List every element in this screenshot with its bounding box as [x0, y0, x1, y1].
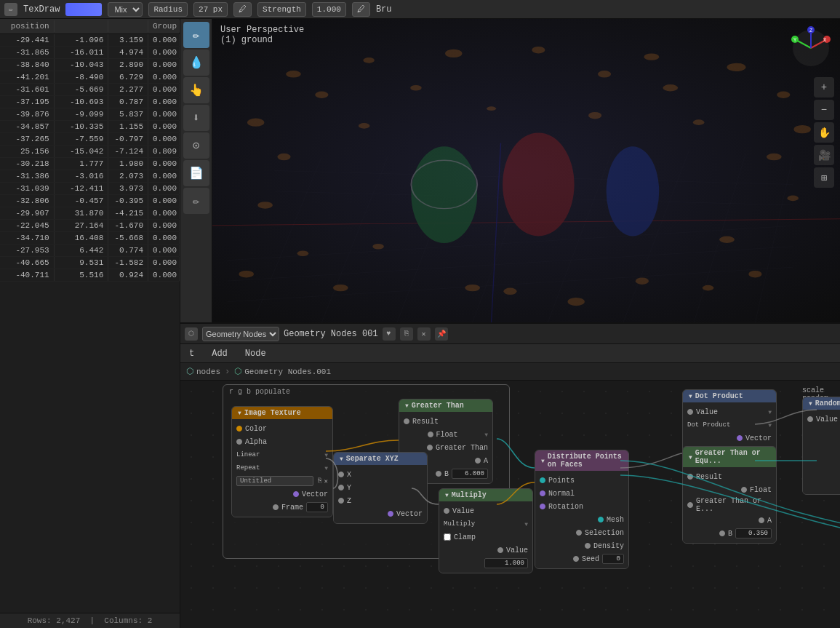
col-header-3 — [108, 20, 148, 32]
tool-fill-btn[interactable]: 💧 — [183, 49, 209, 76]
svg-point-45 — [239, 271, 254, 277]
clamp-checkbox[interactable] — [444, 533, 451, 541]
table-cell: -29.907 — [0, 207, 55, 219]
frame-value[interactable]: 0 — [306, 502, 328, 512]
tool-extra-btn[interactable]: ✏ — [183, 188, 209, 214]
socket-vector-in — [293, 491, 299, 497]
table-cell: -22.045 — [0, 220, 55, 231]
node-greater-than-header: ▼ Greater Than — [399, 400, 492, 412]
tool-draw-btn[interactable]: ✏ — [183, 22, 209, 48]
svg-point-15 — [286, 71, 301, 77]
socket-normal-out — [540, 490, 545, 496]
brush-mode-icon[interactable]: ✏ — [4, 3, 17, 16]
svg-point-33 — [503, 288, 516, 295]
tool-flatten-btn[interactable]: ⬇ — [183, 105, 209, 131]
favorite-btn[interactable]: ♥ — [383, 327, 396, 341]
menu-add[interactable]: Add — [209, 349, 231, 359]
b2-value[interactable]: 0.350 — [735, 528, 772, 538]
radius-picker-btn[interactable]: 🖊 — [233, 2, 252, 17]
tool-select-btn[interactable]: 👆 — [183, 77, 209, 103]
col-header-group: Group — [148, 20, 180, 32]
node-row-untitled: Untitled ⎘ ✕ — [232, 474, 332, 488]
zoom-in-btn[interactable]: + — [814, 77, 834, 98]
node-multiply[interactable]: ▼ Multiply Value Multiply ▼ — [439, 488, 533, 573]
table-cell: 0.000 — [148, 71, 180, 83]
duplicate-btn[interactable]: ⎘ — [400, 327, 413, 341]
blend-mode-select[interactable]: Mix — [108, 2, 143, 17]
table-cell: -37.195 — [0, 96, 55, 108]
table-row: -31.865-16.0114.9740.000 — [0, 47, 180, 59]
node-editor: ⬡ Geometry Nodes Geometry Nodes 001 ♥ ⎘ … — [180, 322, 840, 628]
value-val[interactable]: 1.000 — [484, 558, 528, 568]
table-cell: -10.043 — [55, 59, 109, 71]
svg-point-27 — [315, 92, 328, 98]
strength-value[interactable]: 1.000 — [312, 2, 346, 17]
texdraw-label: TexDraw — [23, 4, 60, 15]
node-dot-product-header: ▼ Dot Product — [683, 390, 776, 402]
table-cell: -27.953 — [0, 245, 55, 256]
node-row-value-out: Value — [439, 504, 532, 517]
node-type-select[interactable]: Geometry Nodes — [202, 327, 279, 341]
tool-mask-btn[interactable]: 📄 — [183, 160, 209, 186]
socket-z-out — [338, 498, 344, 504]
seed-value[interactable]: 0 — [602, 554, 624, 564]
table-row: -34.857-10.3351.1550.000 — [0, 121, 180, 133]
table-row: -22.04527.164-1.6700.000 — [0, 220, 180, 232]
zoom-out-btn[interactable]: − — [814, 100, 834, 120]
pin-btn[interactable]: 📌 — [435, 327, 448, 341]
table-cell: 0.000 — [148, 269, 180, 281]
node-canvas[interactable]: r g b populate ▼ Image Texture Color — [180, 381, 840, 628]
socket-density-in — [585, 543, 591, 549]
viewport-3d[interactable]: ✏ 💧 👆 ⬇ ⊙ 📄 ✏ User Perspective (1) groun… — [180, 19, 840, 322]
node-separate-xyz[interactable]: ▼ Separate XYZ X Y — [333, 452, 428, 524]
table-cell: -37.265 — [0, 133, 55, 145]
grid-btn[interactable]: ⊞ — [814, 167, 834, 188]
node-random-value-scale-header: ▼ Random Value — [803, 397, 840, 410]
node-editor-title: Geometry Nodes 001 — [284, 329, 378, 339]
table-cell: -38.840 — [0, 59, 55, 71]
tool-smooth-btn[interactable]: ⊙ — [183, 132, 209, 159]
brush-label: Bru — [376, 4, 392, 15]
svg-point-37 — [663, 84, 678, 91]
socket-mesh-in — [598, 517, 604, 522]
close-btn[interactable]: ✕ — [417, 327, 431, 341]
socket-greater-in — [427, 445, 433, 450]
node-random-value-scale[interactable]: ▼ Random Value Value Integer — [802, 397, 840, 495]
node-row-dot-product: Dot Product ▼ — [683, 418, 776, 432]
table-row: -31.601-5.6692.2770.000 — [0, 84, 180, 96]
table-cell: -1.582 — [108, 257, 148, 269]
svg-line-13 — [180, 219, 840, 226]
svg-point-22 — [794, 125, 811, 133]
strength-btn[interactable]: 🖊 — [352, 2, 370, 17]
socket-a-in — [475, 458, 481, 464]
menu-node[interactable]: Node — [242, 349, 269, 359]
axis-gizmo[interactable]: X Y Z — [789, 26, 833, 70]
radius-value[interactable]: 27 px — [193, 2, 228, 17]
node-greater-equal[interactable]: ▼ Greater Than or Equ... Result Float — [682, 446, 777, 544]
table-cell: -8.490 — [55, 71, 109, 83]
table-row: -37.265-7.559-0.7970.000 — [0, 133, 180, 146]
camera-btn[interactable]: 🎥 — [814, 145, 834, 165]
svg-line-14 — [492, 143, 501, 322]
brush-color-swatch[interactable] — [65, 3, 102, 16]
pan-btn[interactable]: ✋ — [814, 122, 834, 143]
table-row: -38.840-10.0432.8900.000 — [0, 59, 180, 71]
b-value[interactable]: 6.000 — [452, 469, 488, 479]
menu-t[interactable]: t — [186, 349, 197, 359]
node-row-rotation: Rotation — [535, 500, 628, 513]
socket-color-out — [236, 426, 242, 432]
table-cell: 25.156 — [0, 146, 55, 157]
radius-label: Radius — [148, 2, 188, 17]
table-cell: 2.277 — [108, 84, 148, 95]
table-row: -30.2181.7771.9800.000 — [0, 158, 180, 170]
svg-point-23 — [767, 154, 782, 160]
node-row-mesh-in: Mesh — [535, 513, 628, 526]
table-cell: 0.000 — [148, 133, 180, 145]
table-cell: -1.096 — [55, 34, 109, 46]
node-image-texture[interactable]: ▼ Image Texture Color Alpha L — [231, 406, 333, 517]
table-cell: 9.531 — [55, 257, 109, 269]
node-distribute-points[interactable]: ▼ Distribute Points on Faces Points Norm… — [535, 450, 629, 569]
row-count: Rows: 2,427 — [28, 616, 81, 625]
data-table-body: -29.441-1.0963.1590.000-31.865-16.0114.9… — [0, 34, 180, 613]
table-cell: 0.000 — [148, 195, 180, 207]
